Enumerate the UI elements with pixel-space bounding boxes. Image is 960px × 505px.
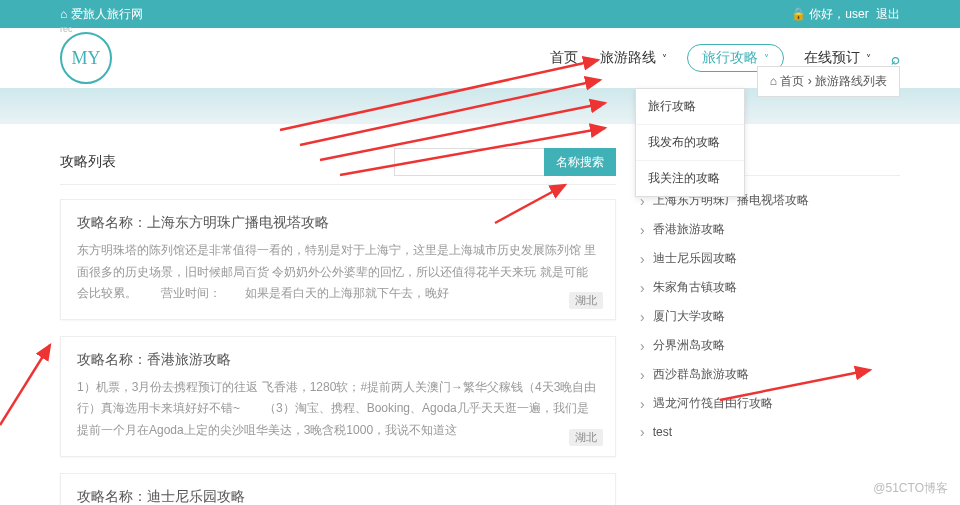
card-desc: 东方明珠塔的陈列馆还是非常值得一看的，特别是对于上海宁，这里是上海城市历史发展陈…: [77, 240, 599, 305]
dropdown-guides: 旅行攻略 我发布的攻略 我关注的攻略: [635, 88, 745, 197]
nav-home[interactable]: 首页: [548, 44, 580, 72]
card-title: 攻略名称：上海东方明珠广播电视塔攻略: [77, 214, 599, 232]
watermark: @51CTO博客: [873, 480, 948, 497]
dropdown-item[interactable]: 我关注的攻略: [636, 161, 744, 196]
list-item[interactable]: 迪士尼乐园攻略: [640, 244, 900, 273]
search-icon[interactable]: ⌕: [891, 50, 900, 67]
chevron-down-icon: ˅: [764, 53, 769, 64]
greeting: 你好，user: [809, 7, 868, 21]
dropdown-item[interactable]: 我发布的攻略: [636, 125, 744, 161]
logout-link[interactable]: 退出: [876, 7, 900, 21]
logo-badge: rec: [60, 24, 73, 34]
logo[interactable]: rec MY: [60, 32, 112, 84]
list-item[interactable]: 分界洲岛攻略: [640, 331, 900, 360]
guide-card[interactable]: 攻略名称：香港旅游攻略 1）机票，3月份去携程预订的往返 飞香港，1280软；#…: [60, 336, 616, 457]
list-item[interactable]: 西沙群岛旅游攻略: [640, 360, 900, 389]
breadcrumb: ⌂ 首页 › 旅游路线列表: [757, 66, 900, 97]
guide-card[interactable]: 攻略名称：上海东方明珠广播电视塔攻略 东方明珠塔的陈列馆还是非常值得一看的，特别…: [60, 199, 616, 320]
breadcrumb-current: 旅游路线列表: [815, 74, 887, 88]
card-desc: 1）机票，3月份去携程预订的往返 飞香港，1280软；#提前两人关澳门→繁华父稼…: [77, 377, 599, 442]
lock-icon: 🔒: [791, 7, 806, 21]
list-item[interactable]: test: [640, 418, 900, 446]
chevron-down-icon: ˅: [662, 53, 667, 64]
chevron-down-icon: ˅: [866, 53, 871, 64]
region-tag: 湖北: [569, 429, 603, 446]
nav-routes[interactable]: 旅游路线 ˅: [598, 44, 669, 72]
home-icon: ⌂: [770, 74, 777, 88]
hot-list: 上海东方明珠广播电视塔攻略 香港旅游攻略 迪士尼乐园攻略 朱家角古镇攻略 厦门大…: [640, 186, 900, 446]
guide-card[interactable]: 攻略名称：迪士尼乐园攻略 上海迪士尼离浦东机场打车30分钟，比较巧近，想下飞机直…: [60, 473, 616, 505]
card-title: 攻略名称：迪士尼乐园攻略: [77, 488, 599, 505]
search-input[interactable]: [394, 148, 544, 176]
dropdown-item[interactable]: 旅行攻略: [636, 89, 744, 125]
breadcrumb-home[interactable]: 首页: [780, 74, 804, 88]
logo-text: MY: [71, 48, 100, 69]
region-tag: 湖北: [569, 292, 603, 309]
home-icon: ⌂: [60, 7, 67, 21]
site-name: 爱旅人旅行网: [71, 7, 143, 21]
list-item[interactable]: 厦门大学攻略: [640, 302, 900, 331]
card-title: 攻略名称：香港旅游攻略: [77, 351, 599, 369]
list-item[interactable]: 遇龙河竹筏自由行攻略: [640, 389, 900, 418]
list-item[interactable]: 朱家角古镇攻略: [640, 273, 900, 302]
list-item[interactable]: 香港旅游攻略: [640, 215, 900, 244]
panel-title: 攻略列表: [60, 153, 116, 171]
search-button[interactable]: 名称搜索: [544, 148, 616, 176]
